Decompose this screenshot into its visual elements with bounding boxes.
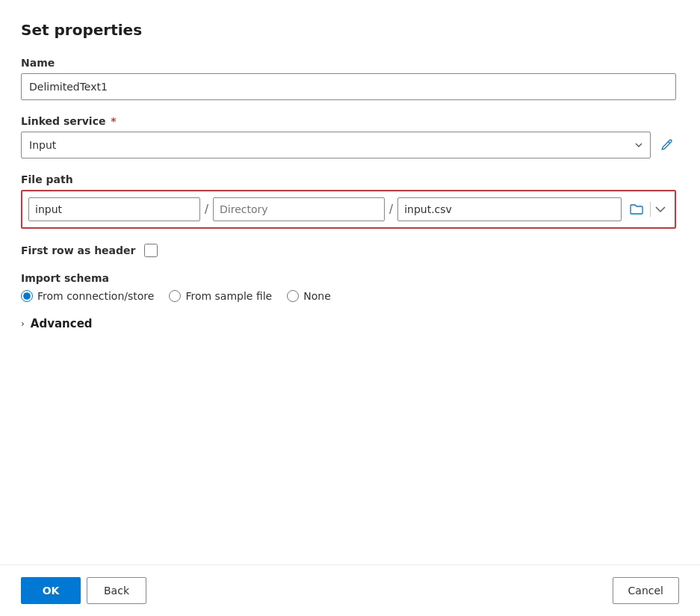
file-path-input-part2[interactable] [213,197,385,221]
file-path-label: File path [21,173,676,185]
pencil-icon [660,138,673,152]
linked-service-row: Input [21,132,676,158]
name-group: Name [21,57,676,100]
radio-from-sample-file[interactable] [169,290,181,302]
advanced-label: Advanced [31,317,93,330]
first-row-header-group: First row as header [21,244,676,257]
file-path-input-part3[interactable] [397,197,622,221]
footer-left: OK Back [21,577,146,604]
file-path-chevron-button[interactable] [652,203,669,216]
first-row-checkbox[interactable] [144,244,158,257]
name-label: Name [21,57,676,69]
linked-service-label: Linked service * [21,115,676,127]
main-content: Set properties Name Linked service * Inp… [0,0,700,564]
radio-option-from-sample-file[interactable]: From sample file [169,290,272,302]
back-button[interactable]: Back [87,577,146,604]
import-schema-radio-group: From connection/store From sample file N… [21,290,676,302]
radio-option-from-connection[interactable]: From connection/store [21,290,154,302]
first-row-label: First row as header [21,244,135,256]
action-divider [650,202,651,217]
name-input[interactable] [21,73,676,100]
ok-button[interactable]: OK [21,577,81,604]
radio-option-none[interactable]: None [287,290,331,302]
radio-none[interactable] [287,290,299,302]
path-separator-2: / [385,203,397,216]
advanced-chevron-icon: › [21,318,25,329]
page-title: Set properties [21,21,676,39]
file-path-section: File path / / [21,173,676,229]
import-schema-section: Import schema From connection/store From… [21,272,676,302]
linked-service-select[interactable]: Input [21,132,651,158]
cancel-button[interactable]: Cancel [613,577,679,604]
edit-linked-service-button[interactable] [657,135,676,155]
path-separator-1: / [200,203,213,216]
footer: OK Back Cancel [0,564,700,616]
radio-from-connection[interactable] [21,290,33,302]
radio-none-label: None [303,290,331,302]
file-path-container: / / [21,190,676,229]
import-schema-label: Import schema [21,272,676,284]
radio-from-connection-label: From connection/store [37,290,154,302]
required-indicator: * [107,115,116,127]
chevron-down-icon [655,206,666,213]
radio-from-sample-file-label: From sample file [185,290,272,302]
file-path-actions [625,200,669,219]
advanced-section[interactable]: › Advanced [21,317,676,330]
file-path-input-part1[interactable] [28,197,200,221]
linked-service-group: Linked service * Input [21,115,676,158]
browse-folder-button[interactable] [625,200,648,219]
folder-icon [629,203,644,216]
